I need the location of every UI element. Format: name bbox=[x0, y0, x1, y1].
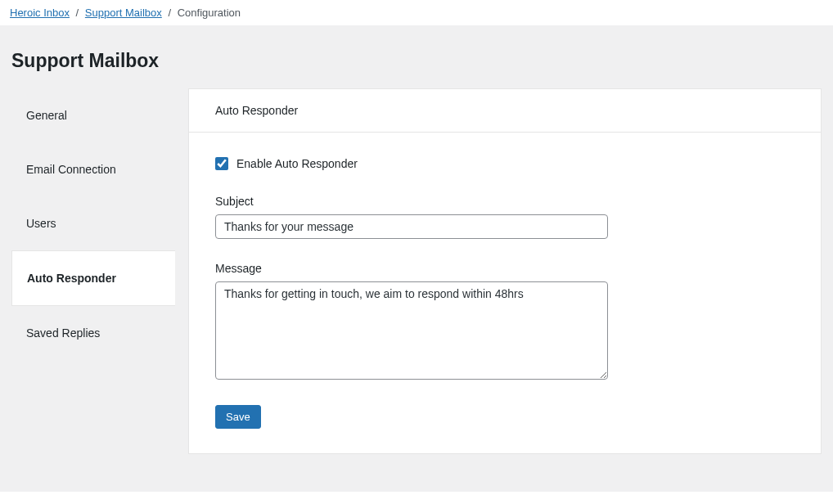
panel-header: Auto Responder bbox=[189, 89, 821, 133]
sidebar-item-auto-responder[interactable]: Auto Responder bbox=[11, 250, 175, 306]
breadcrumb-link-heroic-inbox[interactable]: Heroic Inbox bbox=[10, 7, 70, 19]
page-title: Support Mailbox bbox=[0, 34, 833, 88]
page-wrap: Support Mailbox General Email Connection… bbox=[0, 25, 833, 492]
subject-group: Subject bbox=[215, 195, 795, 239]
breadcrumb: Heroic Inbox / Support Mailbox / Configu… bbox=[0, 0, 833, 25]
message-label: Message bbox=[215, 262, 795, 275]
breadcrumb-separator: / bbox=[164, 7, 174, 19]
panel-body: Enable Auto Responder Subject Message Sa… bbox=[189, 133, 821, 453]
breadcrumb-link-support-mailbox[interactable]: Support Mailbox bbox=[85, 7, 162, 19]
settings-panel: Auto Responder Enable Auto Responder Sub… bbox=[188, 88, 822, 454]
breadcrumb-separator: / bbox=[73, 7, 83, 19]
enable-auto-responder-checkbox[interactable] bbox=[215, 157, 228, 170]
message-textarea[interactable] bbox=[215, 281, 608, 380]
subject-input[interactable] bbox=[215, 214, 608, 239]
message-group: Message bbox=[215, 262, 795, 382]
subject-label: Subject bbox=[215, 195, 795, 208]
sidebar-item-saved-replies[interactable]: Saved Replies bbox=[11, 306, 175, 360]
sidebar-item-email-connection[interactable]: Email Connection bbox=[11, 142, 175, 196]
content-area: General Email Connection Users Auto Resp… bbox=[0, 88, 833, 454]
sidebar: General Email Connection Users Auto Resp… bbox=[11, 88, 175, 454]
enable-auto-responder-row: Enable Auto Responder bbox=[215, 157, 795, 170]
sidebar-item-general[interactable]: General bbox=[11, 88, 175, 142]
breadcrumb-current: Configuration bbox=[178, 7, 241, 19]
save-button[interactable]: Save bbox=[215, 405, 261, 429]
enable-auto-responder-label[interactable]: Enable Auto Responder bbox=[236, 157, 358, 170]
sidebar-item-users[interactable]: Users bbox=[11, 196, 175, 250]
